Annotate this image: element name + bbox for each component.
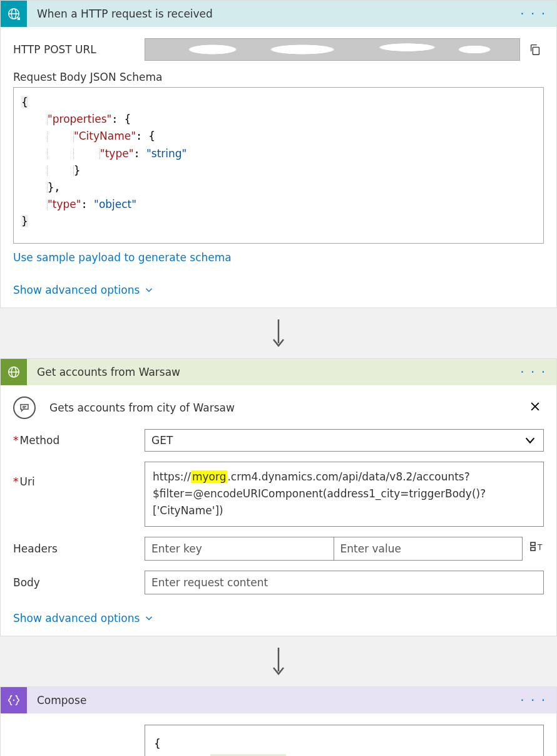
- headers-label: Headers: [13, 542, 145, 555]
- post-url-field[interactable]: [145, 38, 520, 61]
- chevron-down-icon: [143, 284, 155, 296]
- more-options-button[interactable]: · · ·: [518, 693, 549, 708]
- header-value-input[interactable]: [334, 537, 523, 561]
- chevron-down-icon: [143, 613, 155, 624]
- schema-editor[interactable]: { "properties": { "CityName": { "type": …: [13, 87, 544, 244]
- more-options-button[interactable]: · · ·: [518, 365, 549, 380]
- http-request-icon: [1, 1, 27, 27]
- compose-icon: [1, 687, 27, 713]
- flow-arrow: [0, 308, 557, 358]
- uri-label: Uri: [13, 462, 145, 527]
- svg-text:T: T: [537, 543, 543, 552]
- body-label: Body: [13, 576, 145, 589]
- svg-rect-12: [531, 542, 535, 546]
- header-key-input[interactable]: [145, 537, 334, 561]
- flow-arrow: [0, 636, 557, 686]
- show-advanced-trigger[interactable]: Show advanced options: [13, 284, 155, 296]
- comment-icon: [13, 396, 36, 419]
- method-select[interactable]: GET: [145, 429, 544, 452]
- post-url-label: HTTP POST URL: [13, 43, 145, 56]
- method-label: Method: [13, 434, 145, 447]
- more-options-button[interactable]: · · ·: [518, 6, 549, 21]
- comment-text: Gets accounts from city of Warsaw: [49, 401, 526, 414]
- action-comment: Gets accounts from city of Warsaw: [1, 385, 556, 425]
- compose-card: Compose · · · Inputs { "cities": value ✕…: [0, 686, 557, 756]
- http-action-title: Get accounts from Warsaw: [37, 366, 518, 378]
- body-input[interactable]: [145, 571, 544, 594]
- sample-payload-link[interactable]: Use sample payload to generate schema: [13, 251, 232, 264]
- svg-rect-3: [533, 47, 539, 54]
- schema-label: Request Body JSON Schema: [13, 71, 544, 83]
- trigger-body: HTTP POST URL Request Body JSON Schema {…: [1, 27, 556, 308]
- http-action-card: Get accounts from Warsaw · · · Gets acco…: [0, 358, 557, 636]
- trigger-card: When a HTTP request is received · · · HT…: [0, 0, 557, 308]
- inputs-editor[interactable]: { "cities": value ✕ }: [145, 725, 544, 756]
- http-action-header[interactable]: Get accounts from Warsaw · · ·: [1, 359, 556, 385]
- http-icon: [1, 359, 27, 385]
- value-token[interactable]: value ✕: [210, 754, 285, 756]
- chevron-down-icon: [523, 433, 537, 447]
- copy-url-button[interactable]: [526, 41, 544, 58]
- close-button[interactable]: [526, 398, 544, 418]
- uri-input[interactable]: https://myorg.crm4.dynamics.com/api/data…: [145, 462, 544, 527]
- trigger-title: When a HTTP request is received: [37, 8, 518, 20]
- compose-header[interactable]: Compose · · ·: [1, 687, 556, 713]
- show-advanced-http[interactable]: Show advanced options: [13, 612, 155, 624]
- compose-title: Compose: [37, 694, 518, 707]
- trigger-header[interactable]: When a HTTP request is received · · ·: [1, 1, 556, 27]
- text-mode-button[interactable]: T: [529, 540, 544, 557]
- svg-rect-13: [531, 547, 535, 551]
- svg-point-16: [13, 699, 14, 700]
